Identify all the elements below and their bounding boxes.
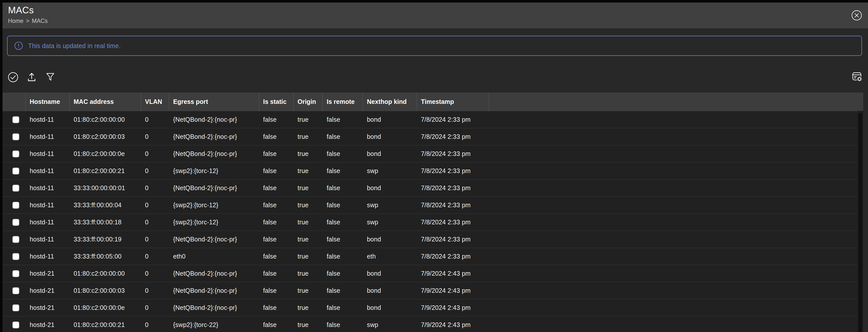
cell-vlan: 0: [141, 128, 169, 145]
table-body: hostd-1101:80:c2:00:00:000{NetQBond-2}:{…: [2, 111, 858, 332]
cell-vlan: 0: [141, 231, 169, 248]
cell-nexthop-kind: bond: [363, 111, 417, 128]
cell-is-remote: false: [323, 299, 363, 316]
scrollbar-thumb[interactable]: [858, 113, 862, 332]
table-row[interactable]: hostd-1133:33:00:00:00:010{NetQBond-2}:{…: [2, 179, 858, 196]
row-checkbox[interactable]: [12, 287, 19, 294]
column-header-hostname[interactable]: Hostname: [26, 92, 70, 111]
table-row[interactable]: hostd-1133:33:ff:00:00:040{swp2}:{torc-1…: [2, 196, 858, 214]
cell-egress-port: {swp2}:{torc-22}: [169, 316, 259, 332]
breadcrumb-home[interactable]: Home: [8, 18, 23, 24]
cell-hostname: hostd-21: [26, 316, 70, 332]
table-row[interactable]: hostd-1133:33:ff:00:00:180{swp2}:{torc-1…: [2, 214, 858, 231]
row-checkbox[interactable]: [12, 304, 19, 311]
cell-hostname: hostd-11: [26, 179, 70, 196]
column-header-origin[interactable]: Origin: [293, 92, 323, 111]
cell-timestamp: 7/9/2024 2:43 pm: [417, 316, 489, 332]
row-checkbox[interactable]: [12, 219, 19, 226]
cell-egress-port: {NetQBond-2}:{noc-pr}: [169, 299, 259, 316]
cell-is-remote: false: [323, 316, 363, 332]
cell-timestamp: 7/8/2024 2:33 pm: [417, 163, 489, 179]
cell-timestamp: 7/9/2024 2:43 pm: [417, 282, 489, 299]
row-checkbox-cell: [2, 111, 26, 128]
cell-hostname: hostd-11: [26, 214, 70, 231]
cell-hostname: hostd-21: [26, 282, 70, 299]
cell-hostname: hostd-11: [26, 248, 70, 265]
table-row[interactable]: hostd-1101:80:c2:00:00:030{NetQBond-2}:{…: [2, 128, 858, 145]
cell-timestamp: 7/8/2024 2:33 pm: [417, 197, 489, 214]
column-header-egress-port[interactable]: Egress port: [169, 92, 259, 111]
row-checkbox[interactable]: [12, 236, 19, 243]
table-settings-button[interactable]: [851, 72, 863, 83]
row-checkbox[interactable]: [12, 185, 19, 192]
cell-mac-address: 01:80:c2:00:00:0e: [70, 145, 141, 162]
row-checkbox[interactable]: [12, 167, 19, 174]
table-row[interactable]: hostd-1101:80:c2:00:00:0e0{NetQBond-2}:{…: [2, 145, 858, 162]
table-toolbar: [2, 71, 868, 83]
cell-egress-port: eth0: [169, 248, 259, 265]
cell-hostname: hostd-11: [26, 111, 70, 128]
cell-timestamp: 7/9/2024 2:43 pm: [417, 299, 489, 316]
cell-filler: [489, 231, 858, 248]
table-row[interactable]: hostd-2101:80:c2:00:00:0e0{NetQBond-2}:{…: [2, 299, 858, 316]
row-checkbox[interactable]: [12, 202, 19, 209]
table-row[interactable]: hostd-1133:33:ff:00:00:190{NetQBond-2}:{…: [2, 231, 858, 248]
cell-filler: [489, 316, 858, 332]
table-row[interactable]: hostd-2101:80:c2:00:00:210{swp2}:{torc-2…: [2, 316, 858, 332]
cell-filler: [489, 111, 858, 128]
table-row[interactable]: hostd-2101:80:c2:00:00:030{NetQBond-2}:{…: [2, 282, 858, 299]
cell-vlan: 0: [141, 265, 169, 282]
cell-origin: true: [293, 248, 323, 265]
cell-vlan: 0: [141, 248, 169, 265]
cell-mac-address: 01:80:c2:00:00:00: [70, 265, 141, 282]
cell-is-static: false: [259, 299, 293, 316]
row-checkbox-cell: [2, 128, 26, 145]
cell-nexthop-kind: bond: [363, 299, 417, 316]
row-checkbox[interactable]: [12, 150, 19, 158]
row-checkbox[interactable]: [12, 322, 19, 329]
cell-timestamp: 7/8/2024 2:33 pm: [417, 111, 489, 128]
cell-origin: true: [293, 197, 323, 214]
cell-egress-port: {NetQBond-2}:{noc-pr}: [169, 128, 259, 145]
close-button[interactable]: [851, 9, 863, 21]
cell-is-remote: false: [323, 145, 363, 162]
cell-hostname: hostd-11: [26, 197, 70, 214]
cell-egress-port: {swp2}:{torc-12}: [169, 214, 259, 231]
row-checkbox[interactable]: [12, 133, 19, 140]
cell-mac-address: 33:33:ff:00:00:19: [70, 231, 141, 248]
cell-filler: [489, 145, 858, 162]
cell-filler: [489, 299, 858, 316]
row-checkbox[interactable]: [12, 270, 19, 277]
table-row[interactable]: hostd-1133:33:ff:00:05:000eth0falsetruef…: [2, 248, 858, 265]
column-header-mac-address[interactable]: MAC address: [70, 92, 141, 111]
column-header-is-remote[interactable]: Is remote: [323, 92, 363, 111]
table-header-row: HostnameMAC addressVLANEgress portIs sta…: [2, 92, 863, 111]
row-checkbox-cell: [2, 145, 26, 162]
row-checkbox-cell: [2, 316, 26, 332]
cell-vlan: 0: [141, 299, 169, 316]
column-header-nexthop-kind[interactable]: Nexthop kind: [363, 92, 417, 111]
info-icon: [14, 41, 23, 50]
row-checkbox[interactable]: [12, 253, 19, 260]
cell-mac-address: 33:33:ff:00:05:00: [70, 248, 141, 265]
table-row[interactable]: hostd-1101:80:c2:00:00:210{swp2}:{torc-1…: [2, 162, 858, 179]
table-row[interactable]: hostd-2101:80:c2:00:00:000{NetQBond-2}:{…: [2, 265, 858, 282]
table-row[interactable]: hostd-1101:80:c2:00:00:000{NetQBond-2}:{…: [2, 111, 858, 128]
cell-nexthop-kind: bond: [363, 145, 417, 162]
cell-is-static: false: [259, 128, 293, 145]
filter-button[interactable]: [45, 72, 56, 83]
row-checkbox[interactable]: [12, 116, 19, 123]
cell-origin: true: [293, 299, 323, 316]
cell-egress-port: {swp2}:{torc-12}: [169, 197, 259, 214]
cell-egress-port: {NetQBond-2}:{noc-pr}: [169, 265, 259, 282]
cell-filler: [489, 248, 858, 265]
cell-origin: true: [293, 163, 323, 179]
export-button[interactable]: [26, 72, 37, 83]
cell-is-static: false: [259, 197, 293, 214]
cell-is-static: false: [259, 231, 293, 248]
column-header-timestamp[interactable]: Timestamp: [417, 92, 489, 111]
column-header-vlan[interactable]: VLAN: [141, 92, 169, 111]
vertical-scrollbar[interactable]: [858, 111, 863, 332]
check-circle-button[interactable]: [7, 72, 19, 83]
column-header-is-static[interactable]: Is static: [259, 92, 293, 111]
